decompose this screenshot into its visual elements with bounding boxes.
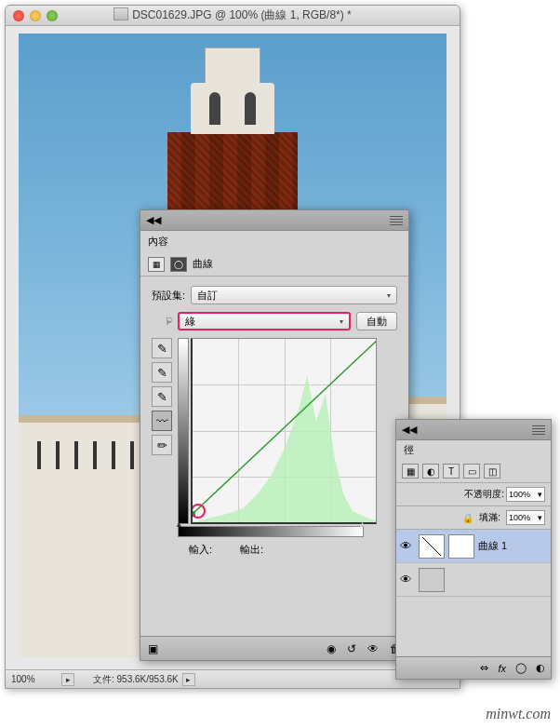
visibility-icon[interactable]: 👁 [400,539,415,553]
chevron-down-icon: ▾ [340,317,343,326]
watermark: minwt.com [486,706,551,722]
adjustment-header: ▦ ◯ 曲線 [140,252,408,276]
curve-point-tool[interactable]: 〰 [152,411,172,431]
layer-name[interactable]: 曲線 1 [478,539,507,553]
mask-add-icon[interactable]: ◯ [515,662,527,674]
layers-panel: ◀◀ 徑 ▦ ◐ T ▭ ◫ 不透明度: 100%▾ 🔒 填滿: 100%▾ 👁… [395,419,552,680]
panel-tab[interactable]: 徑 [396,440,551,460]
clip-icon[interactable]: ▣ [148,642,158,655]
collapse-icon[interactable]: ◀◀ [402,424,417,436]
reset-icon[interactable]: ↺ [347,642,356,655]
panel-title[interactable]: 內容 [140,231,408,252]
output-gradient [178,338,189,524]
channel-select[interactable]: 綠▾ [178,312,351,330]
properties-panel: ◀◀ 內容 ▦ ◯ 曲線 預設集: 自訂▾ ☟ 綠▾ 自動 ✎ ✎ ✎ 〰 [140,209,409,661]
eyedropper-white-icon[interactable]: ✎ [152,386,172,407]
titlebar[interactable]: DSC01629.JPG @ 100% (曲線 1, RGB/8*) * [6,6,460,26]
panel-menu-icon[interactable] [390,216,403,225]
chevron-down-icon: ▾ [387,291,391,300]
opacity-label: 不透明度: [464,488,504,501]
svg-line-0 [193,339,377,514]
file-size: 文件: 953.6K/953.6K [74,673,179,686]
adjustment-icon[interactable]: ▦ [148,257,165,272]
input-label: 輸入: [189,543,212,557]
layer-row[interactable]: 👁 曲線 1 [396,530,551,563]
preset-select[interactable]: 自訂▾ [191,286,397,304]
layer-thumbnail[interactable] [419,568,445,592]
panel-body: 預設集: 自訂▾ ☟ 綠▾ 自動 ✎ ✎ ✎ 〰 ✏ [140,276,408,566]
document-title: DSC01629.JPG @ 100% (曲線 1, RGB/8*) * [6,7,460,23]
status-bar: 100% ▸ 文件: 953.6K/953.6K ▸ [6,669,460,688]
fill-input[interactable]: 100%▾ [506,510,545,525]
panel-tabbar[interactable]: ◀◀ [140,210,408,231]
status-arrow-icon[interactable]: ▸ [61,673,74,686]
curve-tools: ✎ ✎ ✎ 〰 ✏ [152,338,174,524]
lock-icon[interactable]: 🔒 [462,513,473,523]
link-icon[interactable]: ⇔ [480,662,488,674]
filter-adjust-icon[interactable]: ◐ [422,464,439,479]
layers-footer: ⇔ fx ◯ ◐ [396,656,551,679]
status-menu-icon[interactable]: ▸ [182,673,195,686]
filter-shape-icon[interactable]: ▭ [463,464,480,479]
visibility-icon[interactable]: 👁 [367,642,379,655]
fx-icon[interactable]: fx [498,663,506,674]
panel-tabbar[interactable]: ◀◀ [396,420,551,440]
auto-button[interactable]: 自動 [356,312,397,330]
fill-label: 填滿: [479,511,500,524]
mask-icon[interactable]: ◯ [170,257,187,272]
filter-smart-icon[interactable]: ◫ [484,464,500,479]
curve-line [193,339,377,524]
panel-menu-icon[interactable] [532,425,545,435]
svg-rect-2 [376,339,377,342]
image-content [19,415,158,657]
layer-thumbnail[interactable] [419,534,445,559]
curve-point-highlight [191,504,206,519]
input-gradient[interactable] [178,526,364,537]
visibility-icon[interactable]: 👁 [400,573,415,586]
curves-graph[interactable] [191,338,377,524]
layer-mask-thumbnail[interactable] [448,534,474,559]
curve-pencil-tool[interactable]: ✏ [152,435,172,455]
eyedropper-gray-icon[interactable]: ✎ [152,362,172,383]
preset-label: 預設集: [152,289,185,303]
adjustment-add-icon[interactable]: ◐ [536,662,545,674]
opacity-input[interactable]: 100%▾ [506,487,545,502]
filter-pixel-icon[interactable]: ▦ [402,464,419,479]
hand-icon[interactable]: ☟ [152,316,172,328]
view-previous-icon[interactable]: ◉ [327,642,336,655]
layer-row[interactable]: 👁 [396,563,551,597]
layer-filter-row: ▦ ◐ T ▭ ◫ [396,460,551,483]
output-label: 輸出: [240,543,263,557]
eyedropper-black-icon[interactable]: ✎ [152,338,172,358]
adjustment-type: 曲線 [193,257,213,271]
zoom-level[interactable]: 100% [6,674,61,684]
collapse-icon[interactable]: ◀◀ [146,214,161,226]
filter-type-icon[interactable]: T [443,464,460,479]
panel-footer: ▣ ◉ ↺ 👁 🗑 [140,636,408,660]
